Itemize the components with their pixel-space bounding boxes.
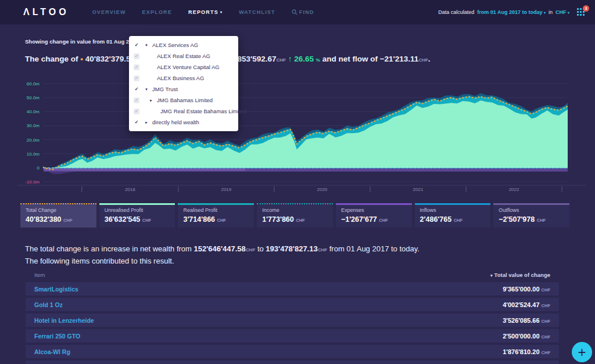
notification-badge[interactable]: 3	[583, 5, 589, 12]
wealth-change-chart[interactable]: 60.0m50.0m40.0m30.0m20.0m10.0m0-10.0m201…	[17, 80, 586, 194]
chevron-down-icon: ▾	[544, 11, 546, 15]
item-link[interactable]: Hotel in Lenzerheide	[34, 317, 94, 324]
in-label: in	[549, 9, 553, 15]
card-realised-profit[interactable]: Realised Profit 3'714'866 CHF	[178, 203, 254, 228]
table-header: Item ▾Total value of change	[26, 272, 559, 278]
svg-text:60.0m: 60.0m	[27, 81, 40, 87]
percent-gain: ↑ 26.65 %	[288, 55, 320, 63]
up-arrow-icon: ↑	[288, 55, 292, 63]
contributions-table: Item ▾Total value of change SmartLogisti…	[26, 272, 559, 364]
add-button[interactable]: +	[572, 342, 592, 362]
dropdown-item-directly-held-wealth[interactable]: ✓ ▸ directly held wealth	[129, 117, 238, 128]
item-link[interactable]: Gold 1 Oz	[34, 301, 63, 308]
apps-grid-icon[interactable]: 3	[577, 8, 586, 17]
card-unrealised-profit[interactable]: Unrealised Profit 36'632'545 CHF	[99, 203, 175, 228]
chevron-down-icon: ▾	[568, 11, 569, 15]
svg-text:2020: 2020	[317, 187, 328, 192]
dropdown-item-alex-real-estate[interactable]: ✓ ALEX Real Estate AG	[129, 51, 238, 62]
data-calculated-bar: Data calculated from 01 Aug 2017 to toda…	[438, 8, 586, 17]
orange-bullet-icon: •	[80, 55, 83, 63]
summary-line-2: The following items contributed to this …	[25, 255, 420, 266]
dropdown-item-jmg-real-estate-bahamas[interactable]: ✓ JMG Real Estate Bahamas Limited	[129, 106, 238, 117]
svg-text:20.0m: 20.0m	[27, 138, 40, 143]
svg-text:2021: 2021	[413, 187, 424, 192]
dropdown-item-jmg-trust[interactable]: ✓ ▾ JMG Trust	[129, 84, 238, 95]
chevron-right-icon[interactable]: ▸	[148, 98, 155, 103]
svg-text:40.0m: 40.0m	[27, 109, 40, 114]
dropdown-item-alex-business[interactable]: ✓ ALEX Business AG	[129, 73, 238, 84]
svg-text:50.0m: 50.0m	[27, 95, 40, 100]
checkbox-checked-icon[interactable]: ✓	[134, 75, 139, 81]
svg-text:0: 0	[37, 165, 40, 171]
table-row[interactable]: Hotel in Lenzerheide 3'526'085.66 CHF	[26, 313, 559, 327]
checkbox-checked-icon[interactable]: ✓	[134, 64, 139, 70]
svg-text:30.0m: 30.0m	[27, 123, 40, 128]
entity-filter-dropdown: ✓ ▾ ALEX Services AG ✓ ALEX Real Estate …	[129, 36, 238, 131]
card-inflows[interactable]: Inflows 2'486'765 CHF	[415, 203, 491, 228]
column-header-item: Item	[34, 272, 45, 278]
nav-item-explore[interactable]: EXPLORE	[142, 9, 172, 15]
checkbox-checked-icon[interactable]: ✓	[134, 87, 139, 92]
altoo-logo: ΛLTOO	[23, 7, 69, 17]
top-nav: ΛLTOO OVERVIEW EXPLORE REPORTS ▾ WATCHLI…	[0, 0, 595, 24]
currency-selector[interactable]: CHF ▾	[555, 9, 569, 15]
nav-item-reports[interactable]: REPORTS ▾	[188, 9, 223, 15]
nav-item-find[interactable]: FIND	[292, 9, 314, 15]
table-row[interactable]: SmartLogistics 9'365'000.00 CHF	[26, 282, 559, 295]
search-icon	[292, 9, 298, 15]
chart-canvas[interactable]: 60.0m50.0m40.0m30.0m20.0m10.0m0-10.0m201…	[17, 80, 586, 194]
dropdown-item-alex-venture-capital[interactable]: ✓ ALEX Venture Capital AG	[129, 62, 238, 73]
table-row[interactable]: Alnylam Pharma Rg 1'869'862.17 CHF	[26, 361, 559, 364]
data-calculated-label: Data calculated	[438, 9, 474, 15]
svg-text:2018: 2018	[125, 187, 135, 192]
dropdown-item-jmg-bahamas[interactable]: ✓ ▸ JMG Bahamas Limited	[129, 95, 238, 106]
sort-down-icon: ▾	[490, 273, 493, 277]
checkbox-checked-icon[interactable]: ✓	[134, 42, 139, 48]
chevron-down-icon[interactable]: ▾	[143, 87, 150, 92]
chevron-down-icon: ▾	[220, 10, 223, 14]
summary-cards: Total Change 40'832'380 CHF Unrealised P…	[20, 203, 569, 228]
card-total-change[interactable]: Total Change 40'832'380 CHF	[20, 203, 96, 228]
item-link[interactable]: SmartLogistics	[34, 286, 78, 293]
nav-item-watchlist[interactable]: WATCHLIST	[239, 9, 275, 15]
nav-item-overview[interactable]: OVERVIEW	[92, 9, 126, 15]
dropdown-item-alex-services[interactable]: ✓ ▾ ALEX Services AG	[129, 39, 238, 51]
date-range-selector[interactable]: from 01 Aug 2017 to today ▾	[477, 9, 546, 15]
svg-text:2022: 2022	[509, 187, 519, 192]
summary-line-1: The total change is an increase in net w…	[25, 243, 420, 255]
table-row[interactable]: Alcoa-WI Rg 1'876'810.20 CHF	[26, 345, 559, 358]
column-header-total-value[interactable]: ▾Total value of change	[490, 272, 550, 278]
svg-text:-10.0m: -10.0m	[25, 179, 40, 185]
chevron-down-icon[interactable]: ▾	[143, 43, 150, 48]
item-link[interactable]: Alcoa-WI Rg	[34, 348, 70, 355]
table-row[interactable]: Ferrari 250 GTO 2'500'000.00 CHF	[26, 329, 559, 343]
svg-text:2019: 2019	[221, 187, 231, 192]
card-income[interactable]: Income 1'773'860 CHF	[257, 203, 333, 228]
checkbox-checked-icon[interactable]: ✓	[134, 120, 139, 125]
total-change-summary: The total change is an increase in net w…	[25, 243, 420, 266]
card-expenses[interactable]: Expenses −1'267'677 CHF	[336, 203, 412, 228]
card-outflows[interactable]: Outflows −2'507'978 CHF	[493, 203, 569, 228]
main-menu: OVERVIEW EXPLORE REPORTS ▾ WATCHLIST FIN…	[92, 9, 314, 15]
svg-text:10.0m: 10.0m	[27, 152, 40, 157]
table-row[interactable]: Gold 1 Oz 4'002'524.47 CHF	[26, 298, 559, 311]
chevron-right-icon[interactable]: ▸	[143, 120, 150, 125]
item-link[interactable]: Ferrari 250 GTO	[34, 333, 80, 340]
checkbox-checked-icon[interactable]: ✓	[134, 109, 139, 114]
checkbox-checked-icon[interactable]: ✓	[134, 53, 139, 59]
checkbox-checked-icon[interactable]: ✓	[134, 98, 139, 103]
